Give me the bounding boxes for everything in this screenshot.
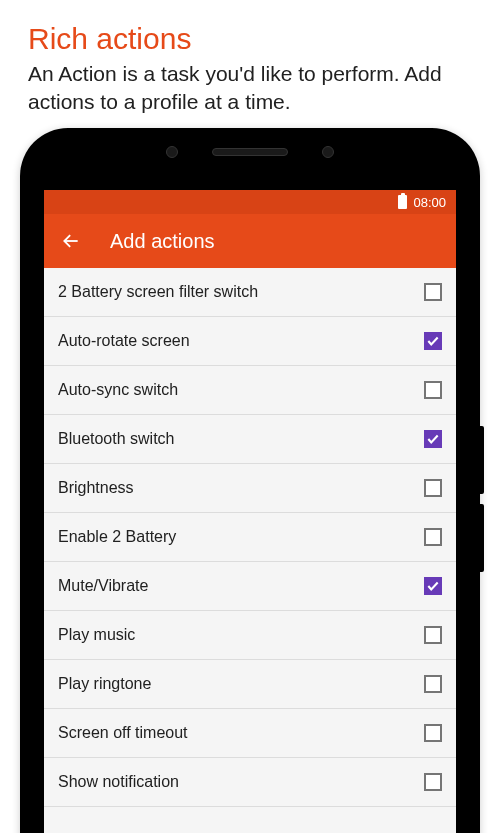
phone-screen: 08:00 Add actions 2 Battery screen filte…: [44, 190, 456, 833]
list-item-label: Brightness: [58, 479, 134, 497]
list-item[interactable]: Screen off timeout: [44, 709, 456, 758]
actions-list[interactable]: 2 Battery screen filter switchAuto-rotat…: [44, 268, 456, 833]
list-item-label: Enable 2 Battery: [58, 528, 176, 546]
list-item[interactable]: Mute/Vibrate: [44, 562, 456, 611]
list-item[interactable]: Play music: [44, 611, 456, 660]
check-icon: [426, 334, 440, 348]
checkbox[interactable]: [424, 381, 442, 399]
checkbox[interactable]: [424, 332, 442, 350]
list-item[interactable]: Play ringtone: [44, 660, 456, 709]
list-item-label: Auto-sync switch: [58, 381, 178, 399]
list-item[interactable]: Show notification: [44, 758, 456, 807]
list-item[interactable]: 2 Battery screen filter switch: [44, 268, 456, 317]
status-bar: 08:00: [44, 190, 456, 214]
sensor-dot: [322, 146, 334, 158]
checkbox[interactable]: [424, 773, 442, 791]
camera-dot: [166, 146, 178, 158]
list-item-label: Play music: [58, 626, 135, 644]
app-bar-title: Add actions: [110, 230, 215, 253]
status-time: 08:00: [413, 195, 446, 210]
checkbox[interactable]: [424, 479, 442, 497]
list-item-label: Play ringtone: [58, 675, 151, 693]
list-item-label: Screen off timeout: [58, 724, 188, 742]
page-title: Rich actions: [0, 0, 500, 60]
list-item[interactable]: Brightness: [44, 464, 456, 513]
check-icon: [426, 579, 440, 593]
checkbox[interactable]: [424, 724, 442, 742]
list-item[interactable]: Bluetooth switch: [44, 415, 456, 464]
checkbox[interactable]: [424, 283, 442, 301]
list-item-label: 2 Battery screen filter switch: [58, 283, 258, 301]
check-icon: [426, 432, 440, 446]
checkbox[interactable]: [424, 626, 442, 644]
list-item-label: Bluetooth switch: [58, 430, 175, 448]
list-item-label: Show notification: [58, 773, 179, 791]
checkbox[interactable]: [424, 577, 442, 595]
battery-icon: [398, 195, 407, 209]
back-arrow-icon[interactable]: [60, 230, 82, 252]
phone-side-button: [479, 504, 484, 572]
list-item-label: Auto-rotate screen: [58, 332, 190, 350]
list-item[interactable]: Auto-rotate screen: [44, 317, 456, 366]
app-bar: Add actions: [44, 214, 456, 268]
phone-frame: 08:00 Add actions 2 Battery screen filte…: [20, 128, 480, 833]
list-item-label: Mute/Vibrate: [58, 577, 148, 595]
earpiece: [212, 148, 288, 156]
list-item[interactable]: Auto-sync switch: [44, 366, 456, 415]
page-subtitle: An Action is a task you'd like to perfor…: [0, 60, 500, 117]
checkbox[interactable]: [424, 675, 442, 693]
list-item[interactable]: Enable 2 Battery: [44, 513, 456, 562]
checkbox[interactable]: [424, 528, 442, 546]
checkbox[interactable]: [424, 430, 442, 448]
phone-side-button: [479, 426, 484, 494]
